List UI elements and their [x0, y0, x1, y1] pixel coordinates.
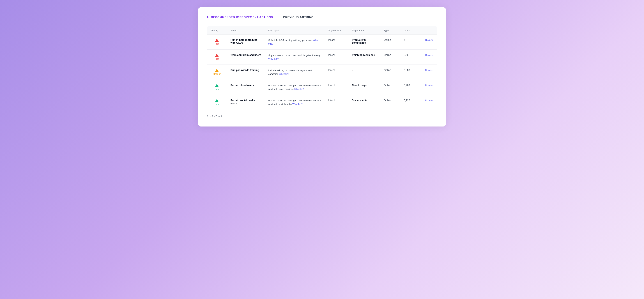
col-header-priority: Priority [207, 26, 227, 34]
tab-recommended[interactable]: ▶ RECOMMENDED IMPROVEMENT ACTIONS [207, 16, 273, 18]
table-row: LowRetrain social media usersProvide ref… [207, 95, 437, 110]
target-metric-text: - [352, 69, 353, 72]
target-metric-text: Cloud usage [352, 84, 367, 86]
priority-cell: Low [207, 80, 227, 95]
description-cell: Include training on passwords in your ne… [265, 65, 324, 80]
dismiss-button[interactable]: Dismiss [425, 54, 434, 56]
table-row: LowRetrain cloud usersProvide refresher … [207, 80, 437, 95]
why-this-link[interactable]: Why this? [279, 72, 289, 75]
description-text: Support compromised users with targeted … [268, 54, 320, 60]
priority-label: Medium [213, 72, 221, 75]
description-text: Include training on passwords in your ne… [268, 69, 312, 75]
target-metric-text: Social media [352, 99, 367, 102]
type-cell: Online [380, 65, 400, 80]
col-header-description: Description [265, 26, 324, 34]
action-name: Run in-person training with CXOs [230, 38, 258, 44]
organisation-cell: Initech [324, 50, 348, 65]
col-header-action: Action [227, 26, 265, 34]
action-cell: Retrain social media users [227, 95, 265, 110]
type-cell: Online [380, 50, 400, 65]
users-count: 3,222 [404, 99, 410, 102]
why-this-link[interactable]: Why this? [294, 88, 304, 90]
type-cell: Online [380, 95, 400, 110]
action-name: Train compromised users [230, 54, 261, 56]
actions-table: Priority Action Description Organisation… [207, 26, 437, 110]
target-metric-cell: Productivity compliance [348, 34, 380, 50]
col-header-actions [420, 26, 437, 34]
target-metric-cell: Phishing resilience [348, 50, 380, 65]
description-cell: Provide refresher training to people who… [265, 80, 324, 95]
dismiss-cell: Dismiss [420, 50, 437, 65]
priority-label: Low [215, 88, 219, 90]
users-cell: 6 [400, 34, 420, 50]
dismiss-cell: Dismiss [420, 34, 437, 50]
users-count: 3,209 [404, 84, 410, 86]
description-cell: Provide refresher training to people who… [265, 95, 324, 110]
users-cell: 3,209 [400, 80, 420, 95]
priority-cell: Low [207, 95, 227, 110]
arrow-icon: ▶ [207, 16, 209, 18]
table-header-row: Priority Action Description Organisation… [207, 26, 437, 34]
users-count: 370 [404, 54, 408, 56]
users-cell: 370 [400, 50, 420, 65]
target-metric-cell: Social media [348, 95, 380, 110]
action-name: Retrain social media users [230, 99, 255, 104]
dismiss-cell: Dismiss [420, 80, 437, 95]
description-cell: Schedule 1-2-1 training with key personn… [265, 34, 324, 50]
table-row: MediumRun passwords trainingInclude trai… [207, 65, 437, 80]
actions-table-wrapper: Priority Action Description Organisation… [207, 26, 437, 110]
action-cell: Run in-person training with CXOs [227, 34, 265, 50]
tab-bar: ▶ RECOMMENDED IMPROVEMENT ACTIONS PREVIO… [207, 14, 437, 20]
type-cell: Online [380, 80, 400, 95]
tab-recommended-label: RECOMMENDED IMPROVEMENT ACTIONS [211, 16, 273, 18]
priority-triangle-icon [215, 38, 219, 42]
pagination-text: 1 to 5 of 5 actions [207, 115, 437, 118]
dismiss-cell: Dismiss [420, 95, 437, 110]
action-cell: Run passwords training [227, 65, 265, 80]
organisation-cell: Initech [324, 65, 348, 80]
col-header-target-metric: Target metric [348, 26, 380, 34]
action-name: Run passwords training [230, 69, 259, 72]
why-this-link[interactable]: Why this? [268, 39, 318, 45]
priority-triangle-icon [215, 69, 219, 72]
dismiss-button[interactable]: Dismiss [425, 84, 434, 86]
action-name: Retrain cloud users [230, 84, 254, 86]
description-text: Schedule 1-2-1 training with key personn… [268, 39, 318, 45]
type-cell: Offline [380, 34, 400, 50]
dismiss-button[interactable]: Dismiss [425, 99, 434, 102]
main-card: ▶ RECOMMENDED IMPROVEMENT ACTIONS PREVIO… [198, 7, 446, 126]
why-this-link[interactable]: Why this? [292, 103, 302, 106]
description-text: Provide refresher training to people who… [268, 84, 320, 90]
users-count: 6 [404, 38, 405, 41]
tab-previous[interactable]: PREVIOUS ACTIONS [283, 16, 314, 18]
priority-cell: High [207, 34, 227, 50]
table-row: HighRun in-person training with CXOsSche… [207, 34, 437, 50]
tab-divider [278, 14, 278, 20]
users-count: 9,583 [404, 69, 410, 72]
dismiss-button[interactable]: Dismiss [425, 39, 434, 41]
target-metric-text: Phishing resilience [352, 54, 375, 56]
col-header-organisation: Organisation [324, 26, 348, 34]
organisation-cell: Initech [324, 80, 348, 95]
target-metric-cell: - [348, 65, 380, 80]
organisation-cell: Initech [324, 95, 348, 110]
table-row: HighTrain compromised usersSupport compr… [207, 50, 437, 65]
priority-cell: Medium [207, 65, 227, 80]
dismiss-button[interactable]: Dismiss [425, 69, 434, 72]
description-text: Provide refresher training to people who… [268, 99, 320, 106]
col-header-users: Users [400, 26, 420, 34]
action-cell: Retrain cloud users [227, 80, 265, 95]
priority-triangle-icon [215, 54, 219, 57]
action-cell: Train compromised users [227, 50, 265, 65]
priority-triangle-icon [215, 99, 219, 102]
organisation-cell: Initech [324, 34, 348, 50]
description-cell: Support compromised users with targeted … [265, 50, 324, 65]
priority-triangle-icon [215, 84, 219, 87]
target-metric-cell: Cloud usage [348, 80, 380, 95]
priority-cell: High [207, 50, 227, 65]
target-metric-text: Productivity compliance [352, 38, 366, 44]
priority-label: High [214, 42, 220, 45]
why-this-link[interactable]: Why this? [268, 58, 278, 60]
users-cell: 3,222 [400, 95, 420, 110]
priority-label: Low [215, 103, 219, 106]
